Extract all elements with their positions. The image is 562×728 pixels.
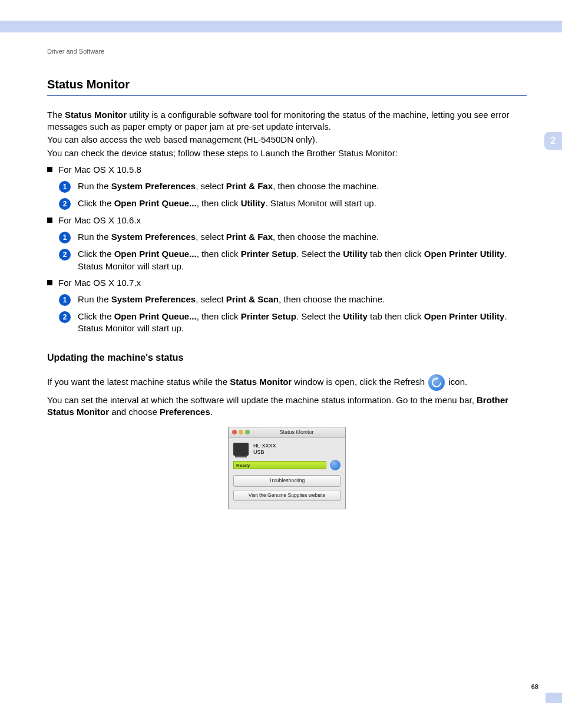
supplies-website-button[interactable]: Visit the Genuine Supplies website: [233, 490, 340, 501]
t: System Preferences: [111, 294, 196, 304]
t: Utility: [343, 311, 368, 321]
step-number-icon: 1: [59, 232, 71, 243]
step-text: Run the System Preferences, select Print…: [78, 180, 527, 192]
t: Utility: [241, 198, 266, 208]
step-107-1: 1 Run the System Preferences, select Pri…: [59, 294, 527, 306]
refresh-button[interactable]: [330, 460, 340, 470]
t: Print & Fax: [226, 181, 273, 191]
dialog-title: Status Monitor: [252, 429, 342, 436]
step-text: Run the System Preferences, select Print…: [78, 231, 527, 243]
dialog-body: HL-XXXX USB Ready Troubleshooting Visit …: [229, 438, 345, 509]
t: . Status Monitor will start up.: [265, 198, 376, 208]
step-text: Click the Open Print Queue..., then clic…: [78, 248, 527, 272]
t: If you want the latest machine status wh…: [47, 377, 230, 387]
step-1058-1: 1 Run the System Preferences, select Pri…: [59, 180, 527, 193]
close-icon[interactable]: [232, 430, 237, 434]
square-bullet-icon: [47, 167, 52, 172]
t: , then choose the machine.: [273, 181, 379, 191]
step-text: Run the System Preferences, select Print…: [78, 294, 527, 305]
printer-icon: [233, 443, 249, 456]
refresh-icon: [428, 374, 445, 391]
bullet-label: For Mac OS X 10.7.x: [58, 277, 141, 289]
status-row: Ready: [233, 460, 340, 470]
step-text: Click the Open Print Queue..., then clic…: [78, 197, 527, 209]
status-badge: Ready: [233, 461, 326, 469]
t: Printer Setup: [241, 311, 296, 321]
minimize-icon[interactable]: [239, 430, 243, 434]
bottom-accent-tab: [546, 693, 562, 703]
t: icon.: [448, 377, 467, 387]
step-number-icon: 2: [59, 249, 71, 261]
t: Printer Setup: [241, 249, 296, 259]
dialog-titlebar: Status Monitor: [229, 427, 345, 438]
t: and choose: [109, 407, 160, 417]
printer-model: HL-XXXX: [253, 443, 276, 450]
t: Open Print Queue...: [114, 198, 197, 208]
step-number-icon: 1: [59, 294, 71, 306]
intro-paragraph-3: You can check the device status; follow …: [47, 147, 527, 159]
t: Open Printer Utility: [424, 249, 505, 259]
subheading-updating: Updating the machine's status: [47, 351, 527, 364]
square-bullet-icon: [47, 218, 52, 223]
t: Preferences: [160, 407, 210, 417]
t: , then choose the machine.: [279, 294, 385, 304]
t: Utility: [343, 249, 368, 259]
t: . Select the: [296, 311, 343, 321]
t: , then click: [197, 249, 241, 259]
update-paragraph-1: If you want the latest machine status wh…: [47, 374, 527, 391]
t: .: [210, 407, 213, 417]
t: Click the: [78, 198, 114, 208]
title-underline: [47, 95, 527, 96]
t: Print & Fax: [226, 232, 273, 242]
t: Status Monitor: [230, 377, 292, 387]
t: tab then click: [368, 311, 424, 321]
step-1058-2: 2 Click the Open Print Queue..., then cl…: [59, 197, 527, 210]
chapter-tab: 2: [544, 132, 562, 150]
page-title: Status Monitor: [47, 77, 527, 93]
t: Run the: [78, 232, 111, 242]
step-text: Click the Open Print Queue..., then clic…: [78, 311, 527, 335]
text: The: [47, 110, 65, 120]
t: You can set the interval at which the so…: [47, 395, 477, 405]
printer-info: HL-XXXX USB: [253, 443, 276, 456]
t: Open Printer Utility: [424, 311, 505, 321]
t: window is open, click the Refresh: [292, 377, 427, 387]
page-number: 68: [531, 683, 538, 691]
printer-info-row: HL-XXXX USB: [233, 443, 340, 456]
intro-paragraph-1: The Status Monitor utility is a configur…: [47, 109, 527, 133]
t: , then choose the machine.: [273, 232, 379, 242]
t: Open Print Queue...: [114, 311, 197, 321]
page-content: Driver and Software Status Monitor The S…: [47, 47, 527, 509]
step-number-icon: 2: [59, 311, 71, 323]
t: Run the: [78, 294, 111, 304]
bullet-os-107: For Mac OS X 10.7.x: [47, 277, 527, 289]
t: , select: [196, 294, 226, 304]
t: , select: [196, 232, 226, 242]
text-bold: Status Monitor: [65, 110, 127, 120]
update-paragraph-2: You can set the interval at which the so…: [47, 394, 527, 419]
status-monitor-dialog: Status Monitor HL-XXXX USB Ready Trouble…: [228, 427, 346, 509]
t: Run the: [78, 181, 111, 191]
bullet-label: For Mac OS X 10.5.8: [58, 164, 141, 176]
intro-paragraph-2: You can also access the web based manage…: [47, 134, 527, 146]
t: , then click: [197, 311, 241, 321]
step-number-icon: 1: [59, 181, 71, 193]
square-bullet-icon: [47, 280, 52, 285]
t: , select: [196, 181, 226, 191]
troubleshooting-button[interactable]: Troubleshooting: [233, 475, 340, 486]
bullet-label: For Mac OS X 10.6.x: [58, 215, 141, 226]
t: System Preferences: [111, 181, 196, 191]
printer-connection: USB: [253, 449, 276, 456]
t: . Select the: [296, 249, 343, 259]
t: Click the: [78, 311, 114, 321]
bullet-os-1058: For Mac OS X 10.5.8: [47, 164, 527, 176]
t: System Preferences: [111, 232, 196, 242]
zoom-icon[interactable]: [245, 430, 250, 434]
t: tab then click: [368, 249, 424, 259]
t: Open Print Queue...: [114, 249, 197, 259]
top-accent-bar: [0, 21, 562, 32]
t: , then click: [197, 198, 241, 208]
t: Print & Scan: [226, 294, 279, 304]
step-107-2: 2 Click the Open Print Queue..., then cl…: [59, 311, 527, 335]
t: Click the: [78, 249, 114, 259]
